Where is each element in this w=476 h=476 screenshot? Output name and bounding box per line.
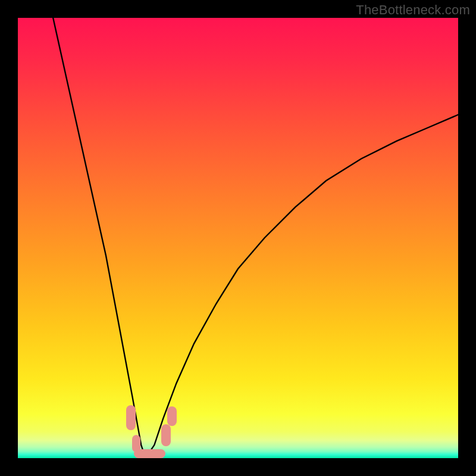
watermark-text: TheBottleneck.com <box>356 2 470 18</box>
plot-area <box>18 18 458 458</box>
curve-marker <box>148 449 165 458</box>
chart-frame: TheBottleneck.com <box>0 0 476 476</box>
curve-marker <box>161 424 171 446</box>
curve-marker <box>167 406 177 426</box>
curve-marker <box>126 405 136 430</box>
bottleneck-curve <box>18 18 458 458</box>
